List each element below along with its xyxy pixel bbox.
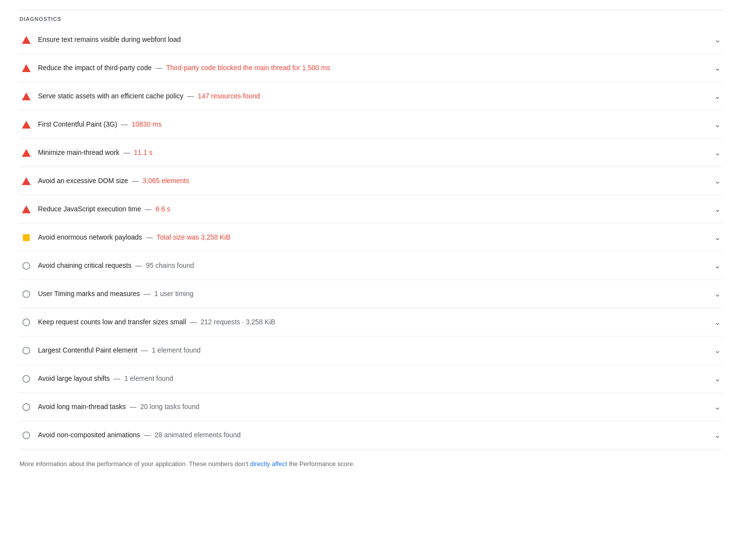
chevron-down-icon-request-counts: ⌄ xyxy=(714,318,721,328)
diagnostic-item-webfont[interactable]: Ensure text remains visible during webfo… xyxy=(19,32,723,59)
diagnostic-item-animations[interactable]: Avoid non-composited animations — 28 ani… xyxy=(19,420,723,448)
icon-circle-animations xyxy=(21,429,31,439)
item-text-fcp: First Contentful Paint (3G) — 10830 ms xyxy=(39,124,159,133)
item-left-third-party: Reduce the impact of third-party code — … xyxy=(21,68,706,78)
diagnostic-item-cache[interactable]: Serve static assets with an efficient ca… xyxy=(19,87,723,115)
item-text-js-execution: Reduce JavaScript execution time — 6.6 s xyxy=(39,207,167,217)
chevron-down-icon-long-tasks: ⌄ xyxy=(714,402,721,411)
item-detail-dom-size: — 3,065 elements xyxy=(129,180,186,187)
chevron-down-icon-fcp: ⌄ xyxy=(714,124,721,133)
chevron-down-icon-third-party: ⌄ xyxy=(714,69,721,78)
item-left-lcp: Largest Contentful Paint element — 1 ele… xyxy=(21,346,706,355)
icon-triangle-dom-size xyxy=(21,179,31,189)
icon-triangle-third-party xyxy=(21,68,31,78)
diagnostic-list: Ensure text remains visible during webfo… xyxy=(19,31,723,448)
item-left-fcp: First Contentful Paint (3G) — 10830 ms xyxy=(21,124,706,133)
footer-text-before: More information about the performance o… xyxy=(19,459,250,466)
circle-icon xyxy=(22,374,30,382)
circle-icon xyxy=(22,347,30,355)
chevron-down-icon-critical-requests: ⌄ xyxy=(714,263,721,272)
icon-triangle-main-thread xyxy=(21,151,31,161)
item-left-webfont: Ensure text remains visible during webfo… xyxy=(21,40,706,50)
diagnostic-item-critical-requests[interactable]: Avoid chaining critical requests — 95 ch… xyxy=(19,254,723,281)
section-title: DIAGNOSTICS xyxy=(19,11,723,27)
footer-text-after: the Performance score. xyxy=(287,459,355,466)
diagnostic-item-lcp[interactable]: Largest Contentful Paint element — 1 ele… xyxy=(19,337,723,365)
item-text-cache: Serve static assets with an efficient ca… xyxy=(39,96,257,106)
icon-circle-request-counts xyxy=(21,318,31,328)
item-detail-main-thread: — 11.1 s xyxy=(120,152,149,160)
footer-link[interactable]: directly affect xyxy=(250,459,287,466)
item-detail-layout-shifts: — 1 element found xyxy=(111,374,170,382)
icon-triangle-js-execution xyxy=(21,207,31,217)
item-left-long-tasks: Avoid long main-thread tasks — 20 long t… xyxy=(21,401,706,411)
item-left-animations: Avoid non-composited animations — 28 ani… xyxy=(21,429,706,439)
item-text-long-tasks: Avoid long main-thread tasks — 20 long t… xyxy=(39,401,197,411)
icon-circle-lcp xyxy=(21,346,31,355)
icon-triangle-webfont xyxy=(21,40,31,50)
chevron-down-icon-cache: ⌄ xyxy=(714,96,721,106)
item-text-dom-size: Avoid an excessive DOM size — 3,065 elem… xyxy=(39,179,186,189)
item-detail-request-counts: — 212 requests · 3,258 KiB xyxy=(187,318,272,326)
triangle-icon xyxy=(22,208,31,216)
item-detail-user-timing: — 1 user timing xyxy=(141,291,190,299)
item-text-animations: Avoid non-composited animations — 28 ani… xyxy=(39,429,238,439)
triangle-icon xyxy=(22,180,31,188)
triangle-icon xyxy=(22,152,31,160)
diagnostic-item-dom-size[interactable]: Avoid an excessive DOM size — 3,065 elem… xyxy=(19,170,723,198)
circle-icon xyxy=(22,291,30,299)
diagnostic-item-js-execution[interactable]: Reduce JavaScript execution time — 6.6 s… xyxy=(19,198,723,226)
icon-circle-critical-requests xyxy=(21,262,31,272)
icon-triangle-fcp xyxy=(21,124,31,133)
item-left-critical-requests: Avoid chaining critical requests — 95 ch… xyxy=(21,262,706,272)
diagnostic-item-layout-shifts[interactable]: Avoid large layout shifts — 1 element fo… xyxy=(19,365,723,392)
item-left-layout-shifts: Avoid large layout shifts — 1 element fo… xyxy=(21,373,706,383)
chevron-down-icon-lcp: ⌄ xyxy=(714,346,721,355)
chevron-down-icon-main-thread: ⌄ xyxy=(714,152,721,161)
item-text-webfont: Ensure text remains visible during webfo… xyxy=(39,40,182,50)
chevron-down-icon-js-execution: ⌄ xyxy=(714,207,721,217)
chevron-down-icon-dom-size: ⌄ xyxy=(714,180,721,189)
circle-icon xyxy=(22,263,30,271)
item-text-third-party: Reduce the impact of third-party code — … xyxy=(39,68,327,78)
chevron-down-icon-network-payloads: ⌄ xyxy=(714,235,721,244)
item-text-main-thread: Minimize main-thread work — 11.1 s xyxy=(39,151,149,161)
square-icon xyxy=(23,236,30,243)
item-text-request-counts: Keep request counts low and transfer siz… xyxy=(39,318,272,328)
item-detail-cache: — 147 resources found xyxy=(185,96,257,104)
diagnostic-item-user-timing[interactable]: User Timing marks and measures — 1 user … xyxy=(19,281,723,309)
circle-icon xyxy=(22,319,30,327)
triangle-icon xyxy=(22,125,31,132)
chevron-down-icon-layout-shifts: ⌄ xyxy=(714,374,721,383)
item-text-lcp: Largest Contentful Paint element — 1 ele… xyxy=(39,346,198,355)
item-left-main-thread: Minimize main-thread work — 11.1 s xyxy=(21,151,706,161)
item-detail-lcp: — 1 element found xyxy=(138,346,198,354)
diagnostic-item-long-tasks[interactable]: Avoid long main-thread tasks — 20 long t… xyxy=(19,392,723,420)
item-detail-third-party: — Third-party code blocked the main thre… xyxy=(152,69,327,76)
diagnostic-item-third-party[interactable]: Reduce the impact of third-party code — … xyxy=(19,59,723,87)
item-left-network-payloads: Avoid enormous network payloads — Total … xyxy=(21,235,706,244)
diagnostic-item-network-payloads[interactable]: Avoid enormous network payloads — Total … xyxy=(19,226,723,254)
item-detail-animations: — 28 animated elements found xyxy=(141,429,238,437)
icon-square-network-payloads xyxy=(21,235,31,244)
item-left-cache: Serve static assets with an efficient ca… xyxy=(21,96,706,106)
item-text-layout-shifts: Avoid large layout shifts — 1 element fo… xyxy=(39,373,170,383)
icon-circle-user-timing xyxy=(21,290,31,300)
circle-icon xyxy=(22,430,30,438)
circle-icon xyxy=(22,402,30,410)
icon-triangle-cache xyxy=(21,96,31,106)
diagnostic-item-fcp[interactable]: First Contentful Paint (3G) — 10830 ms⌄ xyxy=(19,115,723,143)
diagnostic-item-request-counts[interactable]: Keep request counts low and transfer siz… xyxy=(19,309,723,337)
icon-circle-long-tasks xyxy=(21,401,31,411)
item-detail-long-tasks: — 20 long tasks found xyxy=(127,402,196,410)
item-detail-critical-requests: — 95 chains found xyxy=(132,263,191,271)
item-text-network-payloads: Avoid enormous network payloads — Total … xyxy=(39,235,227,244)
item-detail-network-payloads: — Total size was 3,258 KiB xyxy=(143,235,227,243)
chevron-down-icon-user-timing: ⌄ xyxy=(714,291,721,300)
item-text-user-timing: User Timing marks and measures — 1 user … xyxy=(39,290,190,300)
triangle-icon xyxy=(22,41,31,49)
icon-circle-layout-shifts xyxy=(21,373,31,383)
triangle-icon xyxy=(22,97,31,105)
diagnostic-item-main-thread[interactable]: Minimize main-thread work — 11.1 s⌄ xyxy=(19,143,723,170)
chevron-down-icon-webfont: ⌄ xyxy=(714,41,721,50)
